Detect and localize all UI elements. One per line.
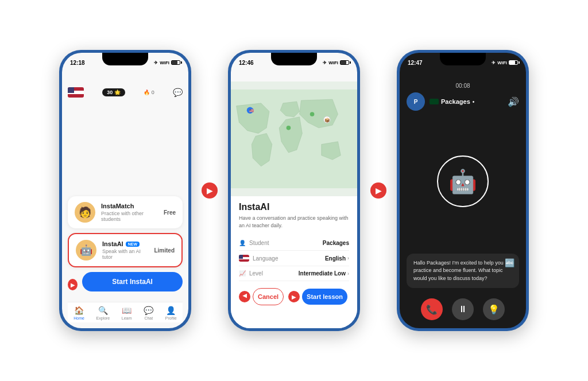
- inner-arrow-start: ▶: [288, 291, 300, 302]
- tab-bar: 🏠 Home 🔍 Explore 📖 Learn 💬 Chat: [68, 302, 183, 322]
- time-1: 12:18: [70, 60, 85, 66]
- instaai-badge: Limited: [154, 247, 175, 254]
- flag-us-small: [239, 255, 249, 262]
- svg-text:🇺🇸: 🇺🇸: [249, 108, 254, 113]
- start-instaai-button[interactable]: Start InstaAI: [82, 272, 183, 291]
- notch-1: [102, 53, 148, 65]
- instamatch-card[interactable]: 🧑 InstaMatch Practice with other student…: [68, 196, 183, 228]
- phone1-content: 30 🌟 🔥 0 💬 🧑 InstaMatch Practice with ot…: [62, 85, 188, 328]
- tab-explore[interactable]: 🔍 Explore: [96, 306, 110, 320]
- cancel-button[interactable]: Cancel: [253, 288, 284, 305]
- learn-icon: 📖: [122, 306, 131, 315]
- status-icons-3: ✈ WiFi: [492, 60, 518, 65]
- phone-1-screen: 12:18 ✈ WiFi 30 🌟 🔥 0 💬: [62, 53, 188, 328]
- instamatch-title: InstaMatch: [101, 203, 158, 209]
- notch-3: [440, 53, 486, 65]
- time-3: 12:47: [408, 60, 423, 66]
- level-value: Intermediate Low ›: [299, 270, 349, 277]
- instaai-title: InstaAI NEW: [102, 240, 148, 247]
- svg-point-5: [287, 126, 291, 130]
- arrow-right-icon-1: ▶: [202, 182, 218, 199]
- chat-tab-icon: 💬: [144, 306, 153, 315]
- language-value: English ›: [325, 255, 349, 262]
- instaai-title-2: InstaAI: [239, 202, 349, 212]
- streak-badge: 30 🌟: [102, 88, 125, 96]
- world-map: 🇺🇸 📦: [231, 81, 357, 196]
- status-icons-1: ✈ WiFi: [154, 60, 180, 65]
- student-label: 👤 Student: [239, 240, 269, 246]
- phone3-content: 00:08 P Packages • 🔊 🤖: [400, 81, 526, 328]
- pause-button[interactable]: ⏸: [452, 298, 474, 320]
- instamatch-info: InstaMatch Practice with other students: [101, 203, 158, 222]
- arrow-right-icon-2: ▶: [370, 182, 386, 199]
- speaker-icon[interactable]: 🔊: [508, 96, 519, 107]
- phone-2-screen: 12:46 ✈ WiFi: [231, 53, 357, 328]
- arrow-2-3: ▶: [370, 182, 386, 199]
- tab-learn[interactable]: 📖 Learn: [122, 306, 132, 320]
- start-lesson-button[interactable]: Start lesson: [302, 289, 347, 305]
- robot-icon: 🤖: [437, 155, 489, 207]
- battery-2: [340, 60, 349, 65]
- instaai-desc: Have a conversation and practice speakin…: [239, 215, 349, 229]
- phone2-details: InstaAI Have a conversation and practice…: [231, 196, 357, 328]
- instamatch-sub: Practice with other students: [101, 211, 158, 222]
- inner-arrow-1: ▶: [68, 279, 78, 290]
- instaai-card[interactable]: 🤖 InstaAI NEW Speak with an AI tutor Lim…: [68, 233, 183, 267]
- student-row: 👤 Student Packages: [239, 236, 349, 251]
- explore-icon: 🔍: [98, 306, 108, 315]
- call-controls: 📞 ⏸ 💡: [400, 293, 526, 328]
- caller-avatar: P: [407, 92, 425, 111]
- streak-text: 30 🌟: [107, 90, 121, 95]
- caller-info: P Packages • 🔊: [400, 89, 526, 114]
- tab-chat[interactable]: 💬 Chat: [144, 306, 153, 320]
- level-label: 📈 Level: [239, 270, 263, 277]
- instaai-info: InstaAI NEW Speak with an AI tutor: [102, 240, 148, 260]
- phone-2: 12:46 ✈ WiFi: [228, 50, 360, 331]
- arrow-1-2: ▶: [202, 182, 218, 199]
- student-value: Packages: [323, 240, 349, 246]
- info-button[interactable]: 💡: [483, 298, 505, 320]
- home-icon: 🏠: [74, 306, 84, 315]
- translate-icon[interactable]: 🔤: [505, 257, 514, 269]
- chat-text: Hallo Packages! I'm excited to help you …: [413, 260, 504, 281]
- svg-point-6: [310, 112, 315, 116]
- new-badge: NEW: [126, 242, 140, 247]
- main-container: 12:18 ✈ WiFi 30 🌟 🔥 0 💬: [0, 0, 588, 381]
- battery-3: [509, 60, 518, 65]
- level-row[interactable]: 📈 Level Intermediate Low ›: [239, 266, 349, 281]
- phone2-content: 🇺🇸 📦 InstaAI Have a conversation and pra…: [231, 81, 357, 328]
- language-label: Language: [239, 255, 278, 262]
- flag-pk-icon: [430, 99, 439, 104]
- action-buttons: ▶ Cancel ▶ Start lesson: [239, 288, 349, 305]
- instaai-sub: Speak with an AI tutor: [102, 248, 148, 260]
- chevron-language: ›: [347, 255, 349, 261]
- svg-text:📦: 📦: [324, 117, 330, 123]
- status-icons-2: ✈ WiFi: [323, 60, 349, 65]
- phone-3: 12:47 ✈ WiFi 00:08 P Packages •: [397, 50, 529, 331]
- language-row[interactable]: Language English ›: [239, 251, 349, 266]
- map-svg: 🇺🇸 📦: [231, 81, 357, 196]
- chevron-level: ›: [347, 271, 349, 277]
- tab-home[interactable]: 🏠 Home: [74, 306, 84, 320]
- chat-icon: 💬: [173, 88, 183, 97]
- tab-profile[interactable]: 👤 Profile: [165, 306, 177, 320]
- robot-area: 🤖: [400, 114, 526, 249]
- phone-1: 12:18 ✈ WiFi 30 🌟 🔥 0 💬: [59, 50, 191, 331]
- notch-2: [271, 53, 317, 65]
- instamatch-avatar: 🧑: [75, 202, 95, 223]
- spacer: [68, 102, 183, 196]
- call-timer: 00:08: [400, 83, 526, 89]
- chat-bubble: 🔤 Hallo Packages! I'm excited to help yo…: [407, 254, 519, 289]
- phone1-header: 30 🌟 🔥 0 💬: [68, 85, 183, 102]
- flag-us-icon: [68, 87, 84, 98]
- profile-icon: 👤: [166, 306, 176, 315]
- inner-arrow-cancel: ▶: [239, 291, 250, 302]
- battery-1: [171, 60, 180, 65]
- caller-name-area: Packages •: [430, 98, 474, 105]
- time-2: 12:46: [239, 60, 254, 66]
- end-call-button[interactable]: 📞: [421, 298, 443, 320]
- instamatch-badge: Free: [164, 209, 176, 216]
- instaai-avatar: 🤖: [76, 240, 96, 261]
- fire-count: 🔥 0: [144, 90, 154, 95]
- phone-3-screen: 12:47 ✈ WiFi 00:08 P Packages •: [400, 53, 526, 328]
